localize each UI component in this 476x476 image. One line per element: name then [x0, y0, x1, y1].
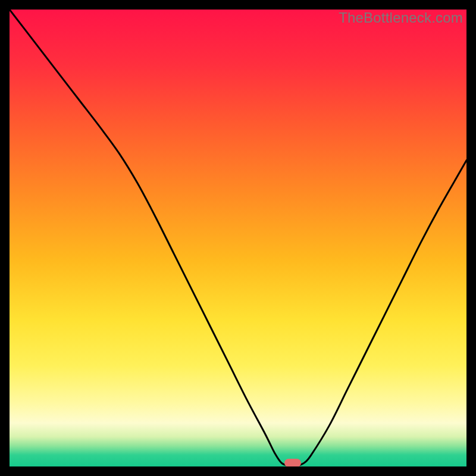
watermark-text: TheBottleneck.com	[339, 10, 463, 26]
plot-area: TheBottleneck.com	[10, 10, 466, 466]
bottleneck-chart	[10, 10, 466, 466]
gradient-background	[10, 10, 466, 466]
app-frame: TheBottleneck.com	[0, 0, 476, 476]
optimal-point-marker	[284, 459, 301, 466]
